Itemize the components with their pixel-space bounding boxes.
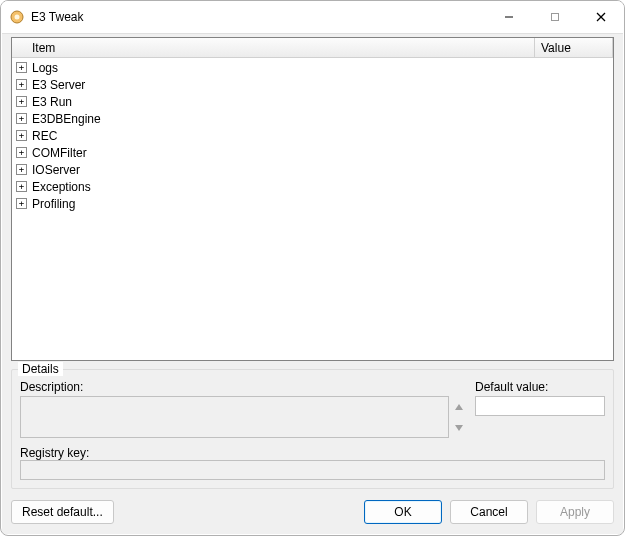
svg-marker-7	[455, 425, 463, 431]
tree-row-label: Logs	[32, 61, 58, 75]
column-header-item[interactable]: Item	[12, 38, 535, 57]
tree-row[interactable]: +REC	[12, 127, 613, 144]
svg-rect-3	[552, 14, 559, 21]
details-legend: Details	[18, 362, 63, 376]
tree-row[interactable]: +Logs	[12, 59, 613, 76]
reset-default-button[interactable]: Reset default...	[11, 500, 114, 524]
default-value-label: Default value:	[475, 380, 605, 394]
dialog-buttons: Reset default... OK Cancel Apply	[11, 499, 614, 525]
description-label: Description:	[20, 380, 467, 394]
expand-icon[interactable]: +	[16, 181, 27, 192]
tree-row-label: E3 Server	[32, 78, 85, 92]
ok-button[interactable]: OK	[364, 500, 442, 524]
expand-icon[interactable]: +	[16, 198, 27, 209]
tree-header: Item Value	[12, 38, 613, 58]
tree-row[interactable]: +Exceptions	[12, 178, 613, 195]
tree-row-label: COMFilter	[32, 146, 87, 160]
app-icon	[9, 9, 25, 25]
default-value-field[interactable]	[475, 396, 605, 416]
apply-button: Apply	[536, 500, 614, 524]
expand-icon[interactable]: +	[16, 96, 27, 107]
window-title: E3 Tweak	[31, 10, 83, 24]
tree-row[interactable]: +E3 Run	[12, 93, 613, 110]
tree-row-label: REC	[32, 129, 57, 143]
expand-icon[interactable]: +	[16, 62, 27, 73]
maximize-button	[532, 1, 578, 33]
expand-icon[interactable]: +	[16, 164, 27, 175]
tree-row[interactable]: +E3 Server	[12, 76, 613, 93]
tree-row-label: IOServer	[32, 163, 80, 177]
tree-row-label: Exceptions	[32, 180, 91, 194]
tree-row-label: Profiling	[32, 197, 75, 211]
tree-row[interactable]: +COMFilter	[12, 144, 613, 161]
svg-marker-6	[455, 404, 463, 410]
svg-point-1	[15, 15, 20, 20]
settings-tree[interactable]: Item Value +Logs+E3 Server+E3 Run+E3DBEn…	[11, 37, 614, 361]
titlebar: E3 Tweak	[1, 1, 624, 33]
description-field	[20, 396, 449, 438]
description-scroll-up[interactable]	[451, 396, 467, 417]
details-group: Details Description: Def	[11, 369, 614, 489]
expand-icon[interactable]: +	[16, 113, 27, 124]
expand-icon[interactable]: +	[16, 147, 27, 158]
registry-key-label: Registry key:	[20, 446, 89, 460]
minimize-button[interactable]	[486, 1, 532, 33]
expand-icon[interactable]: +	[16, 130, 27, 141]
expand-icon[interactable]: +	[16, 79, 27, 90]
tree-row[interactable]: +IOServer	[12, 161, 613, 178]
tree-row-label: E3DBEngine	[32, 112, 101, 126]
tree-row[interactable]: +Profiling	[12, 195, 613, 212]
tree-row-label: E3 Run	[32, 95, 72, 109]
registry-key-field	[20, 460, 605, 480]
cancel-button[interactable]: Cancel	[450, 500, 528, 524]
close-button[interactable]	[578, 1, 624, 33]
tree-row[interactable]: +E3DBEngine	[12, 110, 613, 127]
column-header-value[interactable]: Value	[535, 38, 613, 57]
description-scroll-down[interactable]	[451, 417, 467, 438]
